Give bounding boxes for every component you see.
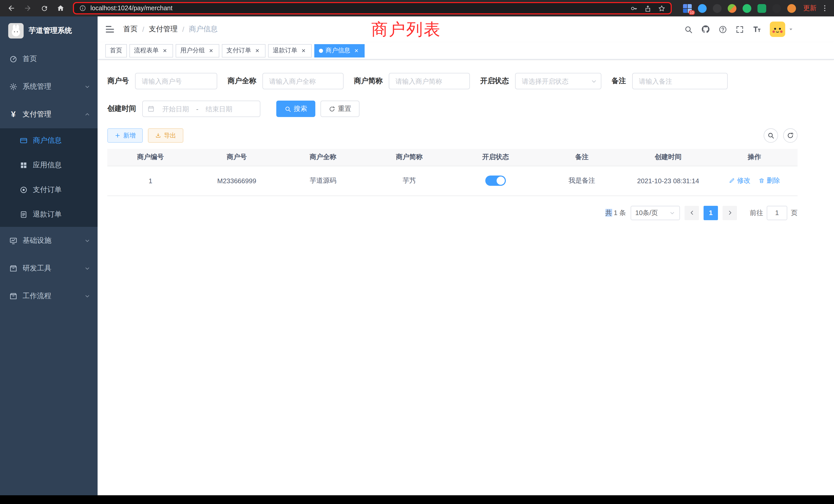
browser-back-button[interactable] bbox=[5, 2, 18, 14]
next-page-button[interactable] bbox=[723, 206, 737, 220]
cell-actions: 修改 删除 bbox=[711, 166, 797, 196]
sidebar-item-dev-tools[interactable]: 研发工具 bbox=[0, 255, 97, 282]
breadcrumb-item[interactable]: 支付管理 bbox=[149, 25, 178, 34]
gear-icon bbox=[9, 83, 18, 91]
browser-extension-icon[interactable] bbox=[728, 4, 737, 13]
browser-reload-button[interactable] bbox=[38, 2, 50, 14]
browser-menu-icon[interactable] bbox=[821, 4, 829, 12]
hamburger-icon[interactable] bbox=[105, 24, 115, 35]
tab-home[interactable]: 首页 bbox=[105, 44, 127, 57]
browser-extension-icon[interactable] bbox=[758, 4, 766, 13]
sidebar-item-system[interactable]: 系统管理 bbox=[0, 73, 97, 100]
browser-extension-icon[interactable] bbox=[713, 4, 722, 13]
breadcrumb: 首页 / 支付管理 / 商户信息 bbox=[123, 25, 218, 34]
active-tab-dot bbox=[319, 48, 323, 53]
bookmark-star-icon[interactable] bbox=[658, 4, 665, 12]
full-name-input[interactable] bbox=[262, 73, 344, 89]
status-select[interactable] bbox=[515, 73, 601, 89]
tab-close-icon[interactable] bbox=[207, 47, 215, 54]
help-icon[interactable] bbox=[719, 25, 727, 33]
header-actions bbox=[684, 22, 794, 37]
tab-close-icon[interactable] bbox=[353, 47, 360, 54]
date-range-picker[interactable]: - bbox=[142, 100, 260, 117]
filter-remark: 备注 bbox=[612, 73, 728, 89]
sidebar-item-label: 基础设施 bbox=[23, 236, 51, 245]
start-date-input[interactable] bbox=[157, 105, 195, 113]
share-icon[interactable] bbox=[644, 4, 652, 12]
site-info-icon[interactable] bbox=[79, 5, 86, 12]
browser-home-button[interactable] bbox=[54, 2, 67, 14]
tab-close-icon[interactable] bbox=[300, 47, 307, 54]
tab-merchant-info[interactable]: 商户信息 bbox=[314, 44, 365, 57]
submenu-item-refund-order[interactable]: 退款订单 bbox=[0, 202, 97, 227]
sidebar-item-label: 系统管理 bbox=[23, 82, 51, 91]
tab-label: 流程表单 bbox=[134, 46, 159, 55]
sidebar-item-infrastructure[interactable]: 基础设施 bbox=[0, 227, 97, 255]
tab-label: 支付订单 bbox=[226, 46, 251, 55]
pay-order-icon bbox=[20, 186, 28, 194]
breadcrumb-item[interactable]: 首页 bbox=[123, 25, 138, 34]
toggle-search-button[interactable] bbox=[764, 128, 778, 143]
browser-extensions-area: 10 更新 bbox=[677, 4, 829, 13]
add-button[interactable]: 新增 bbox=[107, 128, 143, 143]
short-name-input[interactable] bbox=[389, 73, 470, 89]
search-button[interactable]: 搜索 bbox=[276, 100, 315, 117]
cell-status bbox=[453, 166, 539, 196]
reset-button[interactable]: 重置 bbox=[321, 100, 359, 117]
password-key-icon[interactable] bbox=[630, 4, 638, 12]
refresh-table-button[interactable] bbox=[783, 128, 797, 143]
table-toolbar: 新增 导出 bbox=[107, 128, 797, 143]
sidebar-item-workflow[interactable]: 工作流程 bbox=[0, 282, 97, 310]
refresh-icon bbox=[329, 106, 335, 112]
status-toggle[interactable] bbox=[485, 176, 506, 186]
extension-badge: 10 bbox=[689, 10, 695, 15]
chevron-up-icon bbox=[84, 111, 90, 117]
sidebar-logo[interactable]: 芋道管理系统 bbox=[0, 17, 97, 45]
github-icon[interactable] bbox=[701, 25, 710, 34]
submenu-item-app-info[interactable]: 应用信息 bbox=[0, 153, 97, 178]
browser-extension-icon[interactable]: 10 bbox=[683, 4, 692, 13]
browser-profile-avatar[interactable] bbox=[787, 4, 796, 13]
app-window: 芋道管理系统 首页 系统管理 ¥ 支付管理 商户信息 bbox=[0, 17, 834, 504]
tab-close-icon[interactable] bbox=[161, 47, 169, 54]
page-number-button[interactable]: 1 bbox=[704, 206, 718, 220]
dashboard-icon bbox=[9, 55, 18, 63]
end-date-input[interactable] bbox=[200, 105, 238, 113]
goto-page-input[interactable] bbox=[767, 206, 787, 220]
browser-extension-icon[interactable] bbox=[698, 4, 707, 13]
page-size-select[interactable]: 10条/页 bbox=[631, 206, 680, 220]
browser-forward-button[interactable] bbox=[22, 2, 34, 14]
tab-close-icon[interactable] bbox=[254, 47, 261, 54]
browser-update-button[interactable]: 更新 bbox=[803, 4, 816, 13]
font-size-icon[interactable] bbox=[752, 25, 762, 34]
sidebar-item-payment[interactable]: ¥ 支付管理 bbox=[0, 100, 97, 128]
fullscreen-icon[interactable] bbox=[736, 25, 744, 33]
tab-label: 用户分组 bbox=[180, 46, 205, 55]
tab-pay-order[interactable]: 支付订单 bbox=[222, 44, 265, 57]
user-avatar[interactable] bbox=[770, 22, 794, 37]
search-icon bbox=[285, 106, 291, 112]
prev-page-button[interactable] bbox=[684, 206, 699, 220]
search-icon[interactable] bbox=[684, 25, 693, 33]
status-label: 开启状态 bbox=[480, 76, 515, 86]
browser-extension-icon[interactable] bbox=[743, 4, 751, 13]
status-select-input[interactable] bbox=[515, 73, 601, 89]
export-button[interactable]: 导出 bbox=[148, 128, 183, 143]
tab-refund-order[interactable]: 退款订单 bbox=[268, 44, 312, 57]
merchant-no-input[interactable] bbox=[135, 73, 217, 89]
page-content: 商户号 商户全称 商户简称 开启状态 bbox=[97, 60, 834, 504]
browser-extension-icon[interactable] bbox=[772, 4, 781, 13]
remark-input[interactable] bbox=[632, 73, 728, 89]
submenu-item-label: 退款订单 bbox=[33, 210, 62, 219]
delete-link[interactable]: 删除 bbox=[759, 176, 780, 185]
submenu-item-pay-order[interactable]: 支付订单 bbox=[0, 178, 97, 202]
page-size-value: 10条/页 bbox=[635, 208, 658, 217]
browser-toolbar: localhost:1024/pay/merchant 10 更新 bbox=[0, 0, 834, 17]
sidebar-item-home[interactable]: 首页 bbox=[0, 45, 97, 73]
tab-user-group[interactable]: 用户分组 bbox=[176, 44, 219, 57]
create-time-label: 创建时间 bbox=[107, 104, 142, 113]
edit-link[interactable]: 修改 bbox=[729, 176, 750, 185]
submenu-item-merchant-info[interactable]: 商户信息 bbox=[0, 128, 97, 153]
tab-process-form[interactable]: 流程表单 bbox=[129, 44, 173, 57]
address-bar[interactable]: localhost:1024/pay/merchant bbox=[73, 2, 672, 14]
